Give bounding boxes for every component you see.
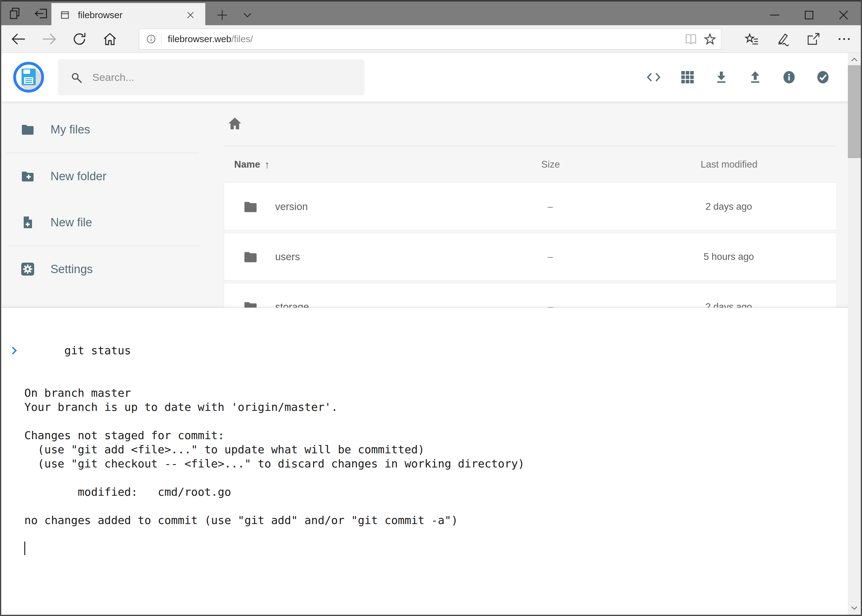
sidebar-item-my-files[interactable]: My files — [1, 107, 204, 152]
web-note-pen-icon[interactable] — [775, 30, 790, 48]
floppy-disk-icon — [22, 69, 36, 85]
terminal-output-line — [24, 471, 842, 485]
browser-tab[interactable]: filebrowser — [51, 3, 205, 27]
back-button[interactable] — [10, 30, 27, 48]
vertical-scrollbar[interactable] — [848, 53, 861, 615]
check-circle-icon[interactable] — [816, 70, 830, 84]
code-icon[interactable] — [646, 70, 661, 84]
refresh-button[interactable] — [71, 30, 88, 48]
search-box[interactable] — [58, 59, 364, 95]
terminal-output-line: Your branch is up to date with 'origin/m… — [24, 400, 842, 414]
download-icon[interactable] — [714, 70, 728, 84]
folder-icon — [242, 249, 259, 264]
title-bar: filebrowser — [1, 0, 861, 25]
terminal-output-line — [24, 372, 842, 386]
terminal-output-line — [24, 414, 842, 428]
address-bar[interactable]: filebrowser.web/files/ — [139, 28, 721, 50]
file-row-users[interactable]: users – 5 hours ago — [224, 233, 837, 280]
terminal-output-line: Changes not staged for commit: — [24, 428, 842, 443]
terminal-command-line: git status — [24, 315, 842, 372]
folder-icon — [242, 199, 259, 214]
terminal-command: git status — [64, 344, 131, 357]
url-host: filebrowser.web — [168, 34, 232, 44]
scroll-up-icon[interactable] — [848, 53, 861, 66]
tab-favicon-icon — [59, 10, 71, 20]
scroll-down-icon[interactable] — [848, 601, 861, 615]
site-info-icon[interactable] — [145, 33, 157, 45]
navigation-bar: filebrowser.web/files/ — [1, 25, 861, 53]
tab-preview-icon[interactable] — [7, 6, 23, 21]
search-icon — [69, 71, 83, 84]
file-size: – — [479, 251, 621, 262]
file-row-version[interactable]: version – 2 days ago — [224, 183, 837, 230]
terminal-output-line: (use "git checkout -- <file>..." to disc… — [24, 457, 842, 471]
column-header-name[interactable]: Name ↑ — [224, 159, 480, 171]
info-icon[interactable] — [782, 70, 796, 84]
search-input[interactable] — [92, 71, 333, 84]
sidebar-item-settings[interactable]: Settings — [1, 246, 204, 292]
sidebar-item-label: My files — [50, 123, 90, 136]
folder-icon — [20, 122, 35, 137]
create-folder-icon — [20, 169, 35, 184]
tab-list-chevron-icon[interactable] — [239, 6, 256, 24]
file-size: – — [479, 201, 621, 212]
forward-button[interactable] — [41, 30, 58, 48]
terminal-output-line: no changes added to commit (use "git add… — [24, 513, 842, 527]
file-name: users — [275, 251, 300, 262]
sidebar-item-label: Settings — [50, 262, 93, 276]
app-header — [1, 53, 861, 102]
sidebar-item-label: New file — [50, 216, 92, 229]
column-header-size[interactable]: Size — [480, 159, 621, 170]
sidebar-item-new-file[interactable]: New file — [1, 199, 204, 245]
terminal-output-line — [24, 499, 842, 513]
address-bar-divider — [161, 33, 162, 45]
sidebar: My files New folder New file Settings — [1, 102, 204, 292]
listing-header: Name ↑ Size Last modified — [224, 146, 837, 183]
more-options-icon[interactable] — [837, 30, 851, 48]
sidebar-item-new-folder[interactable]: New folder — [1, 153, 204, 199]
file-modified: 2 days ago — [621, 201, 837, 212]
file-modified: 2 days ago — [621, 302, 837, 308]
close-button[interactable] — [826, 3, 861, 27]
settings-gear-icon — [20, 262, 35, 277]
terminal-output-line: modified: cmd/root.go — [24, 485, 842, 499]
file-name: version — [275, 201, 308, 212]
sidebar-item-label: New folder — [50, 170, 107, 183]
add-favorite-star-icon[interactable] — [702, 31, 718, 47]
folder-icon — [242, 299, 259, 308]
favorites-hub-icon[interactable] — [744, 30, 759, 48]
browser-window: filebrowser — [0, 0, 862, 616]
tab-close-icon[interactable] — [184, 8, 197, 22]
sort-ascending-icon: ↑ — [264, 159, 269, 171]
file-name: storage — [275, 301, 309, 308]
scrollbar-thumb[interactable] — [848, 65, 861, 158]
url-text: filebrowser.web/files/ — [168, 34, 253, 44]
file-listing: Name ↑ Size Last modified version – 2 da… — [224, 102, 837, 308]
create-file-icon — [20, 215, 35, 230]
file-row-storage[interactable]: storage – 2 days ago — [224, 283, 837, 308]
home-button[interactable] — [101, 30, 118, 48]
share-icon[interactable] — [806, 30, 821, 48]
reading-view-icon[interactable] — [683, 31, 699, 47]
maximize-button[interactable] — [792, 3, 826, 27]
set-tabs-aside-icon[interactable] — [33, 6, 49, 21]
grid-view-icon[interactable] — [681, 70, 695, 84]
terminal-panel[interactable]: git status On branch master Your branch … — [1, 308, 861, 616]
tab-title: filebrowser — [78, 10, 184, 20]
column-header-modified[interactable]: Last modified — [621, 159, 837, 170]
minimize-button[interactable] — [757, 3, 792, 27]
terminal-output-line: On branch master — [24, 386, 842, 400]
file-modified: 5 hours ago — [621, 251, 837, 262]
terminal-cursor — [24, 542, 25, 555]
prompt-chevron-icon — [9, 317, 62, 384]
filebrowser-logo[interactable] — [13, 62, 44, 93]
file-size: – — [479, 302, 621, 308]
terminal-output-line: (use "git add <file>..." to update what … — [24, 443, 842, 457]
breadcrumb — [224, 102, 837, 146]
new-tab-button[interactable] — [214, 6, 231, 24]
upload-icon[interactable] — [748, 70, 762, 84]
url-path: /files/ — [232, 34, 253, 44]
home-breadcrumb-icon[interactable] — [227, 116, 243, 132]
page-content: My files New folder New file Settings — [1, 102, 861, 308]
